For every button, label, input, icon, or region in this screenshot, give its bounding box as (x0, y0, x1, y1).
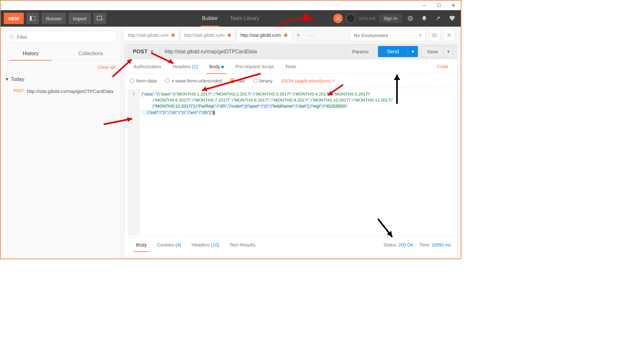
sidebar-tab-history[interactable]: History (1, 47, 61, 60)
nav-builder[interactable]: Builder (201, 10, 219, 27)
editor-content[interactable]: {"data":"{\"date\":[\"MONTHS:1.2017\",\"… (140, 90, 454, 235)
app-window: ─ ☐ ✕ NEW Runner Import + Builder Team L… (0, 0, 461, 259)
toggle-sidebar-button[interactable] (26, 13, 39, 24)
tab-options-button[interactable]: ⋯ (305, 30, 317, 41)
sync-status-icon[interactable] (346, 14, 355, 23)
response-time: Time: 10990 ms (419, 242, 451, 247)
environment-row: No Environment (350, 29, 458, 41)
maximize-button[interactable]: ☐ (432, 1, 446, 10)
sidebar-tabs: History Collections (1, 47, 121, 61)
minimize-button[interactable]: ─ (417, 1, 432, 10)
heart-button[interactable] (447, 13, 458, 24)
wrench-icon (435, 16, 441, 21)
save-button[interactable]: Save (421, 46, 444, 57)
tab-headers-count: (1) (192, 64, 198, 69)
request-tab[interactable]: http://stat.gibdd.ru/m (124, 29, 179, 41)
bell-icon (422, 16, 427, 21)
new-window-button[interactable]: + (94, 13, 106, 24)
new-tab-button[interactable]: + (293, 30, 304, 41)
eye-icon (432, 33, 437, 37)
new-button[interactable]: NEW (4, 13, 24, 24)
body-editor[interactable]: 1 {"data":"{\"date\":[\"MONTHS:1.2017\",… (128, 89, 454, 235)
tab-headers-label: Headers (173, 64, 191, 69)
runner-button[interactable]: Runner (42, 13, 66, 24)
tab-body[interactable]: Body (204, 59, 230, 74)
browse-button[interactable] (405, 13, 416, 24)
dirty-indicator-icon (284, 34, 287, 37)
editor-gutter: 1 (128, 90, 140, 235)
body-type-binary[interactable]: binary (253, 78, 273, 83)
clear-all-link[interactable]: Clear all (1, 61, 121, 74)
history-item-url: http://stat.gibdd.ru/map/getDTPCardData (27, 88, 114, 95)
response-tab-cookies[interactable]: Cookies (4) (152, 238, 186, 252)
response-tabs: Body Cookies (4) Headers (10) Test Resul… (128, 237, 454, 252)
settings-button[interactable] (433, 13, 444, 24)
params-button[interactable]: Params (346, 46, 375, 57)
svg-point-7 (10, 35, 13, 38)
request-tabs-bar: http://stat.gibdd.ru/m http://stat.gibdd… (121, 27, 461, 41)
content: http://stat.gibdd.ru/m http://stat.gibdd… (121, 27, 461, 259)
sidebar-tab-collections[interactable]: Collections (61, 47, 121, 60)
filter-input[interactable] (17, 34, 112, 40)
body-type-options: form-data x-www-form-urlencoded raw bina… (125, 74, 457, 88)
body-type-raw[interactable]: raw (230, 78, 244, 83)
response-tab-headers[interactable]: Headers (10) (186, 238, 224, 252)
environment-settings-button[interactable] (443, 29, 455, 41)
radio-icon (130, 78, 134, 83)
close-button[interactable]: ✕ (446, 1, 461, 10)
main-area: History Collections Clear all ▾ Today PO… (1, 27, 461, 259)
response-tab-headers-count: (10) (211, 242, 219, 247)
url-input[interactable] (160, 46, 345, 57)
save-group: Save ▾ (421, 46, 453, 57)
response-tab-cookies-label: Cookies (157, 242, 174, 247)
code-link[interactable]: Code (431, 59, 454, 74)
request-tab[interactable]: http://stat.gibdd.ru/m (180, 29, 235, 41)
satellite-icon (335, 16, 341, 21)
import-button[interactable]: Import (68, 13, 91, 24)
svg-point-9 (448, 35, 450, 36)
globe-icon (407, 16, 413, 21)
history-group-today[interactable]: ▾ Today (1, 74, 121, 85)
response-tab-headers-label: Headers (192, 242, 210, 247)
environment-quicklook-button[interactable] (428, 29, 440, 41)
body-type-form-data[interactable]: form-data (130, 78, 157, 83)
chevron-down-icon: ▾ (6, 76, 8, 82)
body-indicator-icon (221, 66, 224, 68)
tab-tests[interactable]: Tests (279, 59, 302, 74)
toolbar-right: OFFLINE Sign In (333, 13, 458, 24)
chevron-down-icon: ▾ (151, 48, 153, 55)
notifications-button[interactable] (419, 13, 430, 24)
save-dropdown[interactable]: ▾ (444, 46, 453, 57)
svg-point-6 (424, 20, 425, 21)
method-select[interactable]: POST ▾ (127, 46, 160, 57)
sidebar-icon (30, 16, 36, 21)
body-type-label: form-data (136, 78, 157, 83)
environment-selected: No Environment (354, 33, 388, 38)
radio-icon (165, 78, 170, 83)
content-type-select[interactable]: JSON (application/json) ▾ (281, 78, 335, 83)
svg-rect-1 (30, 16, 32, 21)
history-item[interactable]: POST http://stat.gibdd.ru/map/getDTPCard… (1, 85, 121, 98)
nav-team-library[interactable]: Team Library (229, 10, 260, 27)
svg-point-8 (434, 35, 435, 36)
tab-prerequest[interactable]: Pre-request Script (230, 59, 279, 74)
window-titlebar: ─ ☐ ✕ (1, 1, 461, 10)
tab-authorization[interactable]: Authorization (128, 59, 167, 74)
radio-icon (230, 78, 235, 83)
environment-select[interactable]: No Environment (350, 29, 426, 41)
response-tab-cookies-count: (4) (176, 242, 181, 247)
request-tab-label: http://stat.gibdd.ru/m (240, 33, 281, 38)
body-type-urlencoded[interactable]: x-www-form-urlencoded (165, 78, 222, 83)
filter-box[interactable] (4, 30, 117, 43)
send-dropdown[interactable]: ▾ (408, 46, 418, 57)
interceptor-icon[interactable] (333, 14, 343, 23)
response-tab-body[interactable]: Body (131, 238, 152, 252)
signin-button[interactable]: Sign In (379, 14, 402, 23)
svg-rect-2 (97, 16, 101, 20)
response-status: Status: 200 OK (383, 242, 413, 247)
request-tab[interactable]: http://stat.gibdd.ru/m (236, 29, 291, 41)
main-toolbar: NEW Runner Import + Builder Team Library… (1, 10, 461, 27)
send-button[interactable]: Send (378, 46, 407, 57)
tab-headers[interactable]: Headers (1) (167, 59, 204, 74)
response-tab-tests[interactable]: Test Results (224, 238, 260, 252)
